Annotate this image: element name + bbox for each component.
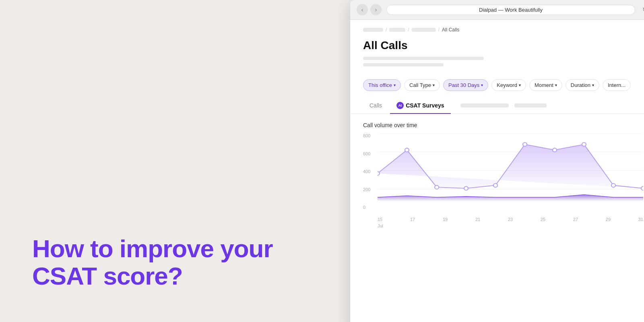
- page-content: / / / All Calls All Calls This office ▾: [350, 20, 644, 322]
- tab-ai-badge: AI CSAT Surveys: [396, 102, 444, 109]
- tab-calls[interactable]: Calls: [363, 98, 388, 114]
- page-title-area: All Calls: [350, 36, 644, 76]
- filter-moment[interactable]: Moment ▾: [529, 79, 562, 91]
- breadcrumb: / / / All Calls: [350, 20, 644, 36]
- filter-days-label: Past 30 Days: [448, 82, 479, 88]
- filter-moment-label: Moment: [535, 82, 553, 88]
- svg-point-11: [553, 148, 557, 152]
- chevron-down-icon: ▾: [394, 83, 396, 87]
- svg-point-9: [493, 184, 497, 187]
- svg-point-7: [435, 186, 439, 189]
- filters-row: This office ▾ Call Type ▾ Past 30 Days ▾…: [350, 76, 644, 97]
- chevron-down-icon: ▾: [433, 83, 435, 87]
- tab-csat-surveys[interactable]: AI CSAT Surveys: [390, 97, 450, 114]
- browser-window: ‹ › Dialpad — Work Beautifully ↻ / / / A…: [350, 0, 644, 322]
- hero-text: How to improve your CSAT score?: [32, 235, 273, 290]
- chart-title: Call volume over time: [363, 122, 643, 128]
- svg-point-13: [611, 184, 615, 187]
- breadcrumb-part-3: [412, 28, 436, 32]
- address-bar[interactable]: Dialpad — Work Beautifully: [386, 5, 635, 15]
- title-placeholder-1: [363, 57, 484, 60]
- chevron-down-icon: ▾: [592, 83, 594, 87]
- svg-point-5: [378, 171, 380, 175]
- breadcrumb-part-2: [389, 28, 405, 32]
- filter-duration-label: Duration: [571, 82, 590, 88]
- chevron-down-icon: ▾: [481, 83, 483, 87]
- filter-office-label: This office: [368, 82, 392, 88]
- filter-calltype-label: Call Type: [409, 82, 431, 88]
- forward-button[interactable]: ›: [370, 4, 382, 15]
- svg-point-14: [641, 186, 643, 190]
- tab-placeholder-1: [460, 103, 509, 107]
- tabs-row: Calls AI CSAT Surveys: [350, 97, 644, 114]
- filter-past-30-days[interactable]: Past 30 Days ▾: [443, 79, 488, 91]
- filter-internal[interactable]: Intern...: [603, 79, 631, 91]
- back-button[interactable]: ‹: [357, 4, 368, 15]
- chart-svg: [378, 133, 643, 208]
- svg-point-12: [582, 142, 586, 146]
- filter-internal-label: Intern...: [608, 82, 625, 88]
- filter-keyword-label: Keyword: [497, 82, 517, 88]
- filter-this-office[interactable]: This office ▾: [363, 79, 401, 91]
- filter-duration[interactable]: Duration ▾: [566, 79, 599, 91]
- browser-nav: ‹ ›: [357, 4, 382, 15]
- month-label: Jul: [378, 223, 383, 228]
- left-panel: How to improve your CSAT score?: [0, 0, 362, 322]
- title-placeholder-2: [363, 63, 444, 66]
- browser-chrome: ‹ › Dialpad — Work Beautifully ↻: [350, 0, 644, 20]
- chart-area: Call volume over time 800 600 400 200 0: [350, 114, 644, 226]
- filter-call-type[interactable]: Call Type ▾: [404, 79, 440, 91]
- page-title: All Calls: [363, 39, 643, 52]
- x-axis-labels: 15 17 19 21 23 25 27 29 31: [378, 217, 643, 222]
- reload-button[interactable]: ↻: [640, 5, 644, 14]
- breadcrumb-part-1: [363, 28, 383, 32]
- chevron-down-icon: ▾: [555, 83, 557, 87]
- chart-container: 800 600 400 200 0: [363, 133, 643, 222]
- breadcrumb-current: All Calls: [442, 27, 459, 33]
- chevron-down-icon: ▾: [519, 83, 521, 87]
- svg-point-6: [405, 148, 409, 152]
- svg-point-8: [464, 186, 468, 190]
- y-axis-labels: 800 600 400 200 0: [363, 133, 370, 210]
- svg-point-10: [523, 142, 527, 146]
- ai-icon: AI: [396, 102, 404, 109]
- right-panel: ‹ › Dialpad — Work Beautifully ↻ / / / A…: [362, 0, 644, 322]
- tab-placeholder-2: [514, 103, 547, 107]
- filter-keyword[interactable]: Keyword ▾: [491, 79, 526, 91]
- page-url-title: Dialpad — Work Beautifully: [479, 7, 543, 13]
